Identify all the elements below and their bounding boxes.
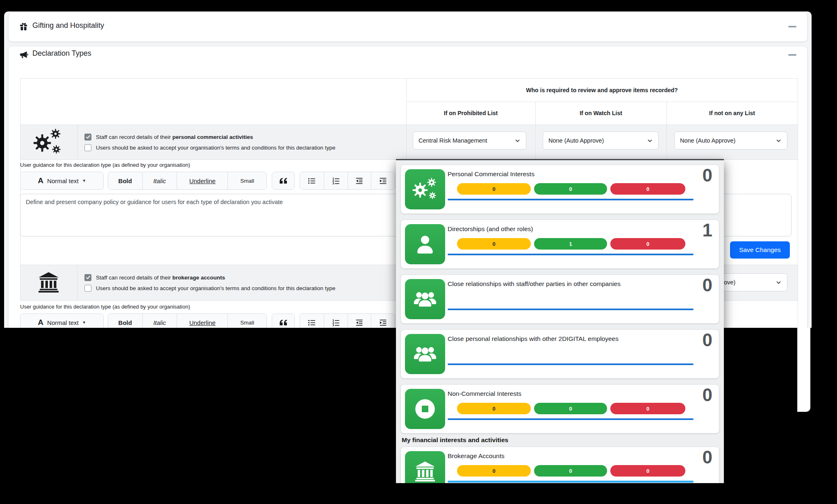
underline-button[interactable]: Underline <box>177 172 227 189</box>
status-badges: 0 0 0 <box>457 403 685 414</box>
indent-icon[interactable] <box>371 172 395 189</box>
approved-badge: 0 <box>534 183 607 195</box>
item-underline <box>448 199 694 200</box>
item-underline <box>448 309 694 310</box>
indent-icon[interactable] <box>371 314 395 328</box>
outdent-icon[interactable] <box>348 314 371 328</box>
save-changes-button[interactable]: Save Changes <box>730 241 790 259</box>
status-badges: 0 0 0 <box>457 183 685 195</box>
record-checkbox-checked[interactable] <box>84 274 91 281</box>
format-dropdown[interactable]: A Normal text ▼ <box>20 172 104 190</box>
item-total-count: 0 <box>703 275 712 296</box>
quote-group <box>272 172 295 190</box>
column-header-none: If not on any List <box>666 102 798 125</box>
megaphone-icon <box>19 50 28 59</box>
numbered-list-icon[interactable] <box>324 314 348 328</box>
list-item-non-commercial[interactable]: Non-Commercial Interests 0 0 0 0 <box>401 385 719 433</box>
numbered-list-icon[interactable] <box>324 172 348 189</box>
approver-select-prohibited[interactable]: Central Risk Management <box>413 132 526 150</box>
guidance-label: User guidance for this declaration type … <box>20 162 190 168</box>
declined-badge: 0 <box>610 238 685 250</box>
bold-button[interactable]: Bold <box>108 172 142 189</box>
pending-badge: 0 <box>457 238 531 250</box>
format-value: Normal text <box>47 319 79 326</box>
gift-icon <box>19 23 28 31</box>
column-header-watch: If on Watch List <box>535 102 666 125</box>
chevron-down-icon <box>776 279 782 286</box>
collapse-icon[interactable] <box>788 54 796 56</box>
format-value: Normal text <box>47 177 79 184</box>
status-badges: 0 0 0 <box>457 465 685 477</box>
blockquote-icon[interactable] <box>272 314 294 328</box>
italic-button[interactable]: Italic <box>142 172 177 189</box>
item-total-count: 0 <box>703 330 712 351</box>
item-total-count: 1 <box>703 220 712 241</box>
record-option-label: Staff can record details of their broker… <box>96 275 225 281</box>
row-brokerage-options: Staff can record details of their broker… <box>84 268 404 297</box>
bank-icon <box>37 271 60 293</box>
pending-badge: 0 <box>457 403 531 414</box>
format-dropdown[interactable]: A Normal text ▼ <box>20 313 104 328</box>
bullet-list-icon[interactable] <box>300 172 324 189</box>
list-item-close-personal-relationships[interactable]: Close personal relationships with other … <box>401 330 719 378</box>
record-option-label: Staff can record details of their person… <box>96 134 253 140</box>
item-total-count: 0 <box>703 447 712 468</box>
list-item-close-relationships-other-companies[interactable]: Close relationships with staff/other par… <box>401 275 719 323</box>
column-header-prohibited: If on Prohibited List <box>406 102 535 125</box>
terms-option-row: Users should be asked to accept your org… <box>84 285 404 292</box>
guidance-label: User guidance for this declaration type … <box>20 304 190 310</box>
list-group <box>300 313 395 328</box>
approver-select-none[interactable]: None (Auto Approve) <box>674 132 787 150</box>
item-underline <box>448 481 694 483</box>
text-style-group: Bold Italic Underline Small <box>108 172 267 190</box>
blockquote-icon[interactable] <box>272 172 294 189</box>
user-icon <box>405 224 445 264</box>
collapse-icon[interactable] <box>788 26 796 27</box>
text-format-icon: A <box>38 176 43 185</box>
terms-option-row: Users should be asked to accept your org… <box>84 144 404 151</box>
circle-square-icon <box>405 389 445 429</box>
declaration-counters-overlay: Personal Commercial Interests 0 0 0 0 Di… <box>396 159 724 483</box>
record-checkbox-checked[interactable] <box>84 134 91 141</box>
pending-badge: 0 <box>457 465 531 477</box>
declined-badge: 0 <box>610 183 685 195</box>
select-value: None (Auto Approve) <box>548 137 604 144</box>
declined-badge: 0 <box>610 465 685 477</box>
terms-checkbox-unchecked[interactable] <box>84 144 91 151</box>
item-title: Non-Commercial Interests <box>448 390 521 397</box>
bank-icon <box>405 451 445 483</box>
small-button[interactable]: Small <box>227 172 266 189</box>
underline-button[interactable]: Underline <box>177 314 227 328</box>
gears-icon <box>405 169 445 209</box>
text-style-group: Bold Italic Underline Small <box>108 313 267 328</box>
list-item-personal-commercial[interactable]: Personal Commercial Interests 0 0 0 0 <box>401 165 719 213</box>
item-title: Directorships (and other roles) <box>448 225 533 233</box>
outdent-icon[interactable] <box>348 172 371 189</box>
list-item-directorships[interactable]: Directorships (and other roles) 0 1 0 1 <box>401 220 719 268</box>
quote-group <box>272 313 295 328</box>
chevron-down-icon <box>776 138 782 144</box>
italic-button[interactable]: Italic <box>142 314 177 328</box>
text-format-icon: A <box>38 318 43 327</box>
item-title: Brokerage Accounts <box>448 452 505 460</box>
item-title: Close relationships with staff/other par… <box>448 280 621 288</box>
approved-badge: 1 <box>534 238 607 250</box>
item-title: Close personal relationships with other … <box>448 335 619 343</box>
chevron-down-icon <box>514 138 521 144</box>
approver-select-watch[interactable]: None (Auto Approve) <box>543 132 659 150</box>
caret-down-icon: ▼ <box>82 320 86 325</box>
pending-badge: 0 <box>457 183 531 195</box>
bullet-list-icon[interactable] <box>300 314 324 328</box>
small-button[interactable]: Small <box>227 314 266 328</box>
panel-title-declaration: Declaration Types <box>32 49 91 58</box>
bold-button[interactable]: Bold <box>108 314 142 328</box>
chevron-down-icon <box>647 138 653 144</box>
panel-edge-sliver <box>797 328 810 412</box>
record-option-row: Staff can record details of their broker… <box>84 274 404 281</box>
caret-down-icon: ▼ <box>82 179 86 183</box>
select-value: None (Auto Approve) <box>680 137 735 144</box>
screenshot-stage: Gifting and Hospitality Declaration Type… <box>0 0 837 504</box>
terms-checkbox-unchecked[interactable] <box>84 285 91 292</box>
users-icon <box>405 279 445 319</box>
list-item-brokerage-accounts[interactable]: Brokerage Accounts 0 0 0 0 <box>401 447 719 483</box>
